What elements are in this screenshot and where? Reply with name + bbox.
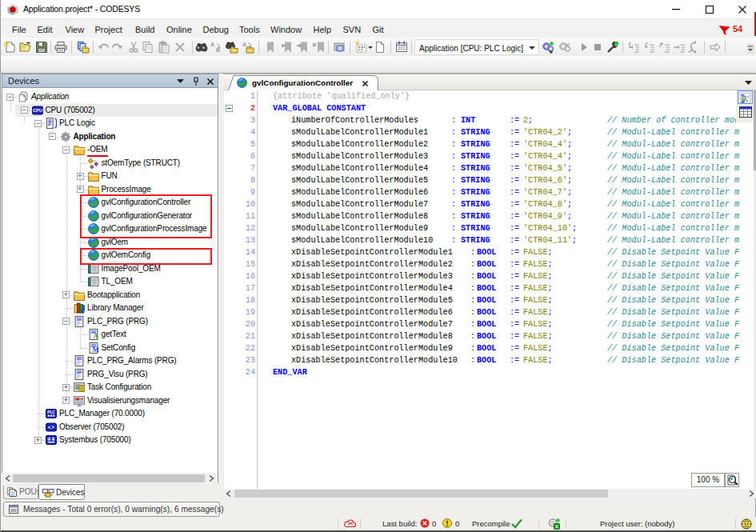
svg-text:PLC: PLC xyxy=(47,410,55,414)
svg-text:A: A xyxy=(93,332,98,340)
svg-text:A: A xyxy=(210,42,214,47)
svg-text:A: A xyxy=(242,42,246,47)
svg-text:CPU: CPU xyxy=(32,108,42,113)
svg-text:M: M xyxy=(92,346,98,354)
